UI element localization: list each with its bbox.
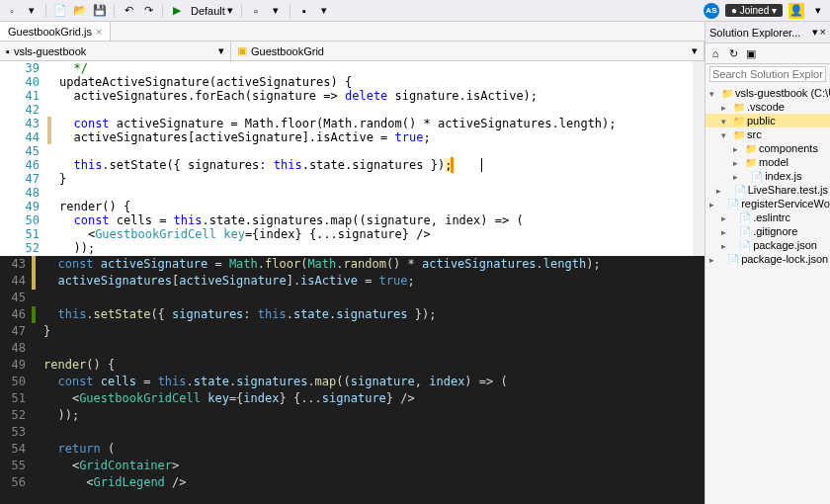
collapse-icon[interactable]: ▣ xyxy=(743,45,759,61)
open-button[interactable]: 📂 xyxy=(72,3,88,19)
expand-arrow-icon[interactable] xyxy=(721,101,731,113)
code-line[interactable]: 43 const activeSignature = Math.floor(Ma… xyxy=(0,117,705,130)
user-avatar[interactable]: AS xyxy=(704,3,719,19)
code-line[interactable]: 39 */ xyxy=(0,61,705,75)
code-line[interactable]: 47} xyxy=(0,323,705,340)
code-line[interactable]: 48 xyxy=(0,186,705,200)
save-button[interactable]: 💾 xyxy=(92,3,108,19)
code-text: const cells = this.state.signatures.map(… xyxy=(51,213,524,227)
code-line[interactable]: 45 xyxy=(0,290,705,306)
tree-item-label: .vscode xyxy=(747,101,785,113)
bookmark-button[interactable]: ▪ xyxy=(296,3,312,19)
nav-fwd-button[interactable]: ▾ xyxy=(24,3,40,19)
code-line[interactable]: 51 <GuestbookGridCell key={index} {...si… xyxy=(0,390,705,407)
tree-item[interactable]: src xyxy=(706,127,830,141)
code-line[interactable]: 51 <GuestbookGridCell key={index} {...si… xyxy=(0,227,705,241)
solution-explorer-header: Solution Explorer... ▾ × xyxy=(706,22,830,43)
cube-icon: ▪ xyxy=(6,45,10,57)
tree-item[interactable]: .vscode xyxy=(706,100,830,114)
code-line[interactable]: 44 activeSignatures[activeSignature].isA… xyxy=(0,273,705,290)
tree-item[interactable]: .gitignore xyxy=(706,224,830,238)
editor-tab-bar: GuestbookGrid.js × xyxy=(0,22,705,42)
tool-btn-3[interactable]: ▾ xyxy=(316,3,332,19)
pin-icon[interactable]: ▾ xyxy=(812,26,818,39)
expand-arrow-icon[interactable] xyxy=(721,115,731,126)
code-line[interactable]: 44 activeSignatures[activeSignature].isA… xyxy=(0,130,705,144)
code-line[interactable]: 55 <GridContainer> xyxy=(0,458,705,474)
tool-btn-2[interactable]: ▾ xyxy=(268,3,284,19)
code-line[interactable]: 49render() { xyxy=(0,200,705,213)
expand-arrow-icon xyxy=(709,253,725,265)
tree-item[interactable]: vsls-guestbook (C:\User xyxy=(706,86,830,100)
code-line[interactable]: 47} xyxy=(0,172,705,186)
tree-item[interactable]: model xyxy=(706,155,830,169)
expand-arrow-icon xyxy=(733,170,749,182)
code-line[interactable]: 53 xyxy=(0,424,705,441)
scrollbar-vertical[interactable] xyxy=(693,61,705,256)
tree-item[interactable]: components xyxy=(706,141,830,155)
code-editor-light[interactable]: 39 */40updateActiveSignature(activeSigna… xyxy=(0,61,705,256)
expand-arrow-icon[interactable] xyxy=(721,128,731,140)
code-line[interactable]: 45 xyxy=(0,144,705,158)
code-line[interactable]: 41 activeSignatures.forEach(signature =>… xyxy=(0,89,705,103)
editor-tab[interactable]: GuestbookGrid.js × xyxy=(0,22,111,41)
symbol-scope-dropdown[interactable]: ▣ GuestbookGrid ▾ xyxy=(231,42,705,60)
code-text: const activeSignature = Math.floor(Math.… xyxy=(36,256,601,273)
code-line[interactable]: 49render() { xyxy=(0,357,705,374)
run-button[interactable]: ▶ xyxy=(169,3,185,19)
tree-item[interactable]: public xyxy=(706,114,830,127)
tree-item[interactable]: registerServiceWor xyxy=(706,197,830,210)
code-line[interactable]: 42 xyxy=(0,103,705,117)
undo-button[interactable]: ↶ xyxy=(121,3,136,19)
file-icon xyxy=(751,170,763,182)
run-config-dropdown[interactable]: Default ▾ xyxy=(189,4,235,17)
feedback-button[interactable]: ▾ xyxy=(810,3,826,19)
code-line[interactable]: 40updateActiveSignature(activeSignatures… xyxy=(0,75,705,89)
code-line[interactable]: 52 )); xyxy=(0,407,705,424)
tree-item[interactable]: package.json xyxy=(706,238,830,252)
code-line[interactable]: 50 const cells = this.state.signatures.m… xyxy=(0,374,705,390)
tree-item[interactable]: LiveShare.test.js xyxy=(706,183,830,197)
code-text: this.setState({ signatures: this.state.s… xyxy=(36,306,436,323)
expand-arrow-icon xyxy=(721,239,737,251)
file-icon xyxy=(739,211,751,223)
home-icon[interactable]: ⌂ xyxy=(707,45,723,61)
code-line[interactable]: 56 <GridLegend /> xyxy=(0,474,705,491)
participant-badge[interactable]: 👤 xyxy=(788,3,804,19)
chevron-down-icon: ▾ xyxy=(692,44,698,57)
class-icon: ▣ xyxy=(237,44,247,57)
code-editor-dark[interactable]: ↖ 43 const activeSignature = Math.floor(… xyxy=(0,256,705,504)
code-line[interactable]: 54 return ( xyxy=(0,441,705,458)
code-line[interactable]: 43 const activeSignature = Math.floor(Ma… xyxy=(0,256,705,273)
search-input[interactable] xyxy=(709,66,826,82)
expand-arrow-icon[interactable] xyxy=(709,87,719,99)
liveshare-status-badge[interactable]: ● Joined ▾ xyxy=(725,4,783,17)
refresh-icon[interactable]: ↻ xyxy=(725,45,741,61)
line-number: 48 xyxy=(0,186,47,200)
redo-button[interactable]: ↷ xyxy=(140,3,156,19)
expand-arrow-icon xyxy=(716,184,732,196)
line-number: 50 xyxy=(0,213,47,227)
close-icon[interactable]: × xyxy=(820,26,826,39)
nav-back-button[interactable]: ◦ xyxy=(4,3,20,19)
tree-item[interactable]: package-lock.json xyxy=(706,252,830,266)
new-file-button[interactable]: 📄 xyxy=(52,3,68,19)
expand-arrow-icon[interactable] xyxy=(733,142,743,154)
tree-item[interactable]: index.js xyxy=(706,169,830,183)
code-line[interactable]: 46 this.setState({ signatures: this.stat… xyxy=(0,158,705,172)
code-line[interactable]: 48 xyxy=(0,340,705,357)
code-line[interactable]: 50 const cells = this.state.signatures.m… xyxy=(0,213,705,227)
line-number: 51 xyxy=(0,227,47,241)
folder-icon xyxy=(745,142,757,154)
close-icon[interactable]: × xyxy=(96,26,102,38)
line-number: 44 xyxy=(0,130,47,144)
project-scope-dropdown[interactable]: ▪ vsls-guestbook ▾ xyxy=(0,42,231,60)
run-config-label: Default xyxy=(191,5,225,17)
tree-item[interactable]: .eslintrc xyxy=(706,210,830,224)
code-line[interactable]: 52 )); xyxy=(0,241,705,255)
code-line[interactable]: 46 this.setState({ signatures: this.stat… xyxy=(0,306,705,323)
expand-arrow-icon[interactable] xyxy=(733,156,743,168)
tool-btn-1[interactable]: ▫ xyxy=(248,3,264,19)
line-number: 39 xyxy=(0,61,47,75)
code-text: } xyxy=(51,172,66,186)
